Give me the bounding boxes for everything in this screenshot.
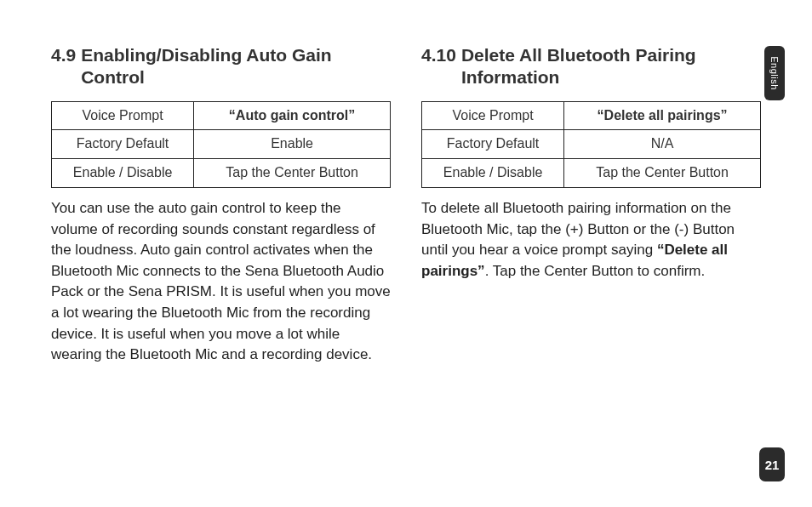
settings-table-right: Voice Prompt “Delete all pairings” Facto… bbox=[421, 101, 761, 188]
heading-number: 4.9 bbox=[51, 44, 81, 66]
section-heading-4-9: 4.9 Enabling/Disabling Auto Gain Control bbox=[51, 44, 391, 89]
row-value: Tap the Center Button bbox=[194, 159, 391, 188]
row-value: “Auto gain control” bbox=[194, 101, 391, 130]
page-number-badge: 21 bbox=[759, 447, 785, 481]
heading-text: Enabling/Disabling Auto Gain Control bbox=[81, 44, 391, 89]
page-number: 21 bbox=[765, 458, 780, 472]
row-label: Factory Default bbox=[52, 130, 194, 159]
settings-table-left: Voice Prompt “Auto gain control” Factory… bbox=[51, 101, 391, 188]
section-paragraph: To delete all Bluetooth pairing informat… bbox=[421, 198, 761, 282]
section-heading-4-10: 4.10 Delete All Bluetooth Pairing Inform… bbox=[421, 44, 761, 89]
table-row: Enable / Disable Tap the Center Button bbox=[52, 159, 391, 188]
language-tab: English bbox=[764, 46, 785, 100]
row-value: Enable bbox=[194, 130, 391, 159]
row-label: Factory Default bbox=[422, 130, 564, 159]
row-value: N/A bbox=[564, 130, 761, 159]
language-label: English bbox=[769, 56, 780, 90]
heading-text: Delete All Bluetooth Pairing Information bbox=[461, 44, 761, 89]
table-row: Factory Default N/A bbox=[422, 130, 761, 159]
row-value: Tap the Center Button bbox=[564, 159, 761, 188]
right-column: 4.10 Delete All Bluetooth Pairing Inform… bbox=[421, 44, 761, 366]
row-label: Enable / Disable bbox=[422, 159, 564, 188]
left-column: 4.9 Enabling/Disabling Auto Gain Control… bbox=[51, 44, 391, 366]
heading-number: 4.10 bbox=[421, 44, 461, 66]
row-label: Enable / Disable bbox=[52, 159, 194, 188]
table-row: Enable / Disable Tap the Center Button bbox=[422, 159, 761, 188]
table-row: Voice Prompt “Auto gain control” bbox=[52, 101, 391, 130]
manual-page: 4.9 Enabling/Disabling Auto Gain Control… bbox=[0, 0, 812, 400]
paragraph-text: . Tap the Center Button to confirm. bbox=[485, 263, 706, 279]
section-paragraph: You can use the auto gain control to kee… bbox=[51, 198, 391, 366]
row-label: Voice Prompt bbox=[422, 101, 564, 130]
table-row: Voice Prompt “Delete all pairings” bbox=[422, 101, 761, 130]
row-label: Voice Prompt bbox=[52, 101, 194, 130]
table-row: Factory Default Enable bbox=[52, 130, 391, 159]
row-value: “Delete all pairings” bbox=[564, 101, 761, 130]
